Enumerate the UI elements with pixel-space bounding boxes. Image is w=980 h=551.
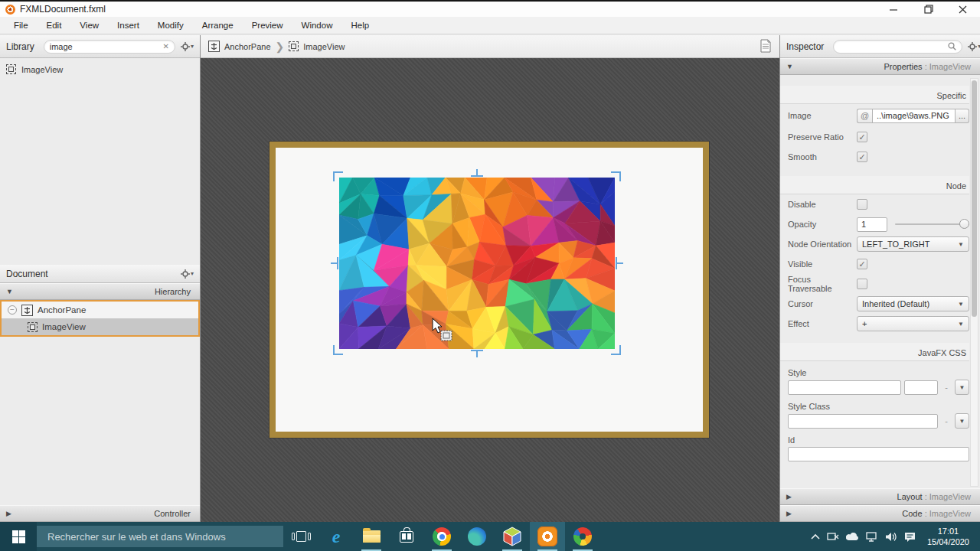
tree-row-imageview[interactable]: ImageView bbox=[2, 318, 198, 335]
visible-label: Visible bbox=[788, 259, 857, 269]
layout-section-bar[interactable]: ▶ Layout : ImageView bbox=[780, 488, 980, 505]
visible-checkbox[interactable]: ✓ bbox=[857, 259, 867, 269]
inspector-header: Inspector ▾ bbox=[780, 35, 980, 58]
library-list: ImageView bbox=[0, 58, 200, 265]
hierarchy-section-bar[interactable]: ▼ Hierarchy bbox=[0, 283, 200, 300]
preserve-ratio-checkbox[interactable]: ✓ bbox=[857, 132, 867, 142]
style-menu-button[interactable]: ▼ bbox=[955, 380, 969, 395]
id-input[interactable] bbox=[788, 447, 969, 461]
slider-thumb[interactable] bbox=[959, 219, 969, 229]
netbeans-cube-icon bbox=[503, 527, 521, 546]
style-remove-button[interactable]: - bbox=[941, 383, 952, 392]
effect-value: + bbox=[862, 319, 867, 328]
design-workspace bbox=[201, 58, 779, 522]
action-center-icon[interactable] bbox=[904, 532, 916, 542]
style-input[interactable] bbox=[788, 380, 901, 395]
imageview-icon bbox=[289, 41, 299, 51]
menu-modify[interactable]: Modify bbox=[149, 18, 193, 32]
menu-window[interactable]: Window bbox=[292, 18, 342, 32]
image-property-row: Image @ ... bbox=[780, 104, 969, 127]
resize-handle-bottom[interactable] bbox=[471, 350, 483, 351]
library-item-imageview[interactable]: ImageView bbox=[0, 62, 200, 77]
style-class-menu-button[interactable]: ▼ bbox=[955, 413, 969, 429]
chrome-button[interactable] bbox=[424, 522, 459, 551]
inspector-scrollbar[interactable] bbox=[970, 78, 978, 487]
library-menu-button[interactable]: ▾ bbox=[181, 42, 194, 51]
taskbar-search[interactable] bbox=[37, 526, 283, 547]
minimize-button[interactable] bbox=[877, 2, 911, 17]
chevron-down-icon: ▼ bbox=[958, 321, 964, 328]
start-button[interactable] bbox=[0, 522, 37, 551]
task-view-button[interactable] bbox=[283, 522, 318, 551]
resize-handle-top-left[interactable] bbox=[333, 171, 343, 181]
menu-file[interactable]: File bbox=[5, 18, 38, 32]
imageview-canvas-node[interactable] bbox=[339, 178, 615, 349]
style-row: - ▼ bbox=[780, 380, 969, 395]
disable-label: Disable bbox=[788, 200, 857, 209]
focus-traversable-row: Focus Traversable bbox=[780, 274, 969, 294]
resize-handle-right[interactable] bbox=[616, 257, 617, 269]
menu-bar: File Edit View Insert Modify Arrange Pre… bbox=[0, 17, 980, 34]
image-label: Image bbox=[788, 111, 857, 120]
breadcrumb-imageview[interactable]: ImageView bbox=[289, 41, 345, 51]
style-class-remove-button[interactable]: - bbox=[941, 416, 952, 425]
cursor-dropdown[interactable]: Inherited (Default) ▼ bbox=[857, 296, 969, 311]
resize-handle-bottom-right[interactable] bbox=[611, 345, 621, 355]
close-button[interactable] bbox=[946, 2, 980, 17]
tree-row-anchorpane[interactable]: − AnchorPane bbox=[2, 302, 198, 318]
resize-handle-left[interactable] bbox=[337, 257, 338, 269]
scene-builder-button[interactable] bbox=[530, 522, 565, 551]
resize-handle-top-right[interactable] bbox=[611, 171, 621, 181]
color-ring-app-button[interactable] bbox=[565, 522, 600, 551]
menu-help[interactable]: Help bbox=[341, 18, 378, 32]
tray-chevron-up-icon[interactable] bbox=[811, 533, 820, 540]
file-explorer-button[interactable] bbox=[354, 522, 389, 551]
inspector-menu-button[interactable]: ▾ bbox=[968, 42, 980, 51]
cursor-value: Inherited (Default) bbox=[862, 299, 929, 308]
chevron-down-icon: ▼ bbox=[958, 241, 964, 248]
effect-dropdown[interactable]: + ▼ bbox=[857, 316, 969, 331]
tray-input-indicator-icon[interactable] bbox=[827, 532, 839, 541]
menu-edit[interactable]: Edit bbox=[38, 18, 71, 32]
breadcrumb-anchorpane[interactable]: AnchorPane bbox=[208, 41, 271, 52]
document-menu-button[interactable]: ▾ bbox=[181, 269, 194, 279]
edge-chromium-button[interactable] bbox=[459, 522, 495, 551]
focus-traversable-checkbox[interactable] bbox=[857, 279, 867, 289]
disable-checkbox[interactable] bbox=[857, 199, 867, 210]
resize-handle-bottom-left[interactable] bbox=[333, 345, 343, 355]
library-search-input[interactable] bbox=[50, 42, 160, 51]
onedrive-cloud-icon[interactable] bbox=[846, 533, 859, 541]
scrollbar-thumb[interactable] bbox=[972, 80, 977, 317]
opacity-slider[interactable] bbox=[895, 219, 969, 230]
system-tray: 17:01 15/04/2020 bbox=[811, 522, 980, 551]
resize-handle-top[interactable] bbox=[471, 175, 483, 177]
opacity-input[interactable] bbox=[857, 217, 887, 232]
browse-image-button[interactable]: ... bbox=[956, 109, 969, 123]
network-icon[interactable] bbox=[866, 532, 878, 542]
image-path-input[interactable] bbox=[872, 109, 956, 123]
taskbar-clock[interactable]: 17:01 15/04/2020 bbox=[923, 526, 974, 548]
library-search-clear-icon[interactable]: ✕ bbox=[160, 42, 169, 51]
properties-section-bar[interactable]: ▼ Properties : ImageView bbox=[780, 58, 980, 75]
smooth-checkbox[interactable]: ✓ bbox=[857, 152, 867, 162]
taskbar-search-input[interactable] bbox=[37, 531, 283, 543]
code-section-bar[interactable]: ▶ Code : ImageView bbox=[780, 505, 980, 522]
style-class-input[interactable] bbox=[788, 414, 938, 429]
menu-arrange[interactable]: Arrange bbox=[193, 18, 243, 32]
cursor-label: Cursor bbox=[788, 299, 857, 308]
style-value-input[interactable] bbox=[904, 380, 938, 395]
collapse-toggle-icon[interactable]: − bbox=[8, 305, 17, 315]
inspector-search-input[interactable] bbox=[839, 42, 948, 51]
node-orientation-dropdown[interactable]: LEFT_TO_RIGHT ▼ bbox=[857, 236, 969, 252]
edge-legacy-button[interactable]: e bbox=[318, 522, 354, 551]
restore-button[interactable] bbox=[911, 2, 946, 17]
polygon-image bbox=[339, 178, 615, 349]
controller-section-bar[interactable]: ▶ Controller bbox=[0, 505, 200, 522]
menu-preview[interactable]: Preview bbox=[243, 18, 292, 32]
menu-view[interactable]: View bbox=[70, 18, 108, 32]
volume-icon[interactable] bbox=[885, 532, 897, 542]
menu-insert[interactable]: Insert bbox=[108, 18, 149, 32]
netbeans-button[interactable] bbox=[495, 522, 530, 551]
fxml-report-button[interactable] bbox=[760, 39, 772, 54]
microsoft-store-button[interactable] bbox=[389, 522, 424, 551]
